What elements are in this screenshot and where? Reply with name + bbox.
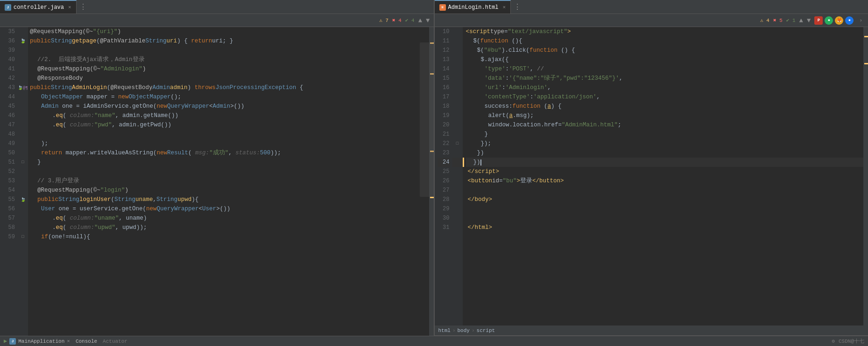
right-gutter-31: [452, 223, 463, 232]
right-code-line-17: 'contentType':'application/json',: [466, 92, 864, 102]
left-gutter: 🍃 🍃@¶ □ 🍃 □: [18, 27, 28, 336]
right-nav-up[interactable]: ▲: [799, 17, 803, 24]
left-scrollbar[interactable]: [429, 27, 434, 336]
scroll-thumb[interactable]: [420, 42, 434, 197]
code-line-43: public String AdminLogin(@RequestBody Ad…: [30, 83, 429, 92]
breadcrumb-item-script[interactable]: script: [477, 328, 495, 333]
gutter-41: [18, 64, 28, 74]
left-tab-more[interactable]: ⋮: [77, 2, 90, 12]
code-line-36: public String getpage(@PathVariable Stri…: [30, 36, 429, 46]
tab-adminlogin-html-close[interactable]: ×: [503, 5, 506, 10]
left-nav-up[interactable]: ▲: [418, 17, 422, 24]
gutter-53: [18, 176, 28, 186]
right-scrollbar[interactable]: [863, 27, 868, 325]
bottom-tab-console[interactable]: Console: [76, 339, 97, 344]
code-line-48: [30, 130, 429, 139]
left-code-area[interactable]: 35 36 39 40 41 42 43 44 45 46 47 48 49 5…: [0, 27, 434, 336]
left-editor-header: ⚠ 7 ✖ 4 ✔ 4 ▲ ▼: [0, 14, 434, 27]
gutter-58: [18, 223, 28, 232]
right-ok-badge: ✔ 1: [786, 17, 796, 23]
plugin-icon-1[interactable]: P: [814, 16, 823, 25]
breadcrumb-item-body[interactable]: body: [458, 328, 470, 333]
gutter-47: [18, 120, 28, 130]
tab-controller-java[interactable]: J controller.java ×: [0, 0, 77, 14]
gutter-55: 🍃: [18, 195, 28, 204]
right-code-area[interactable]: 10 11 12 13 14 15 16 17 18 19 20 21 22 2…: [435, 27, 868, 325]
right-gutter-22: □: [452, 139, 463, 148]
right-gutter-23: [452, 148, 463, 158]
tab-adminlogin-html-label: AdminLogin.html: [448, 4, 499, 11]
right-gutter-30: [452, 214, 463, 223]
right-nav-down[interactable]: ▼: [807, 17, 811, 24]
gutter-50: [18, 148, 28, 158]
right-code-line-30: [466, 214, 864, 223]
html-icon: H: [439, 4, 446, 11]
code-line-54: @RequestMapping(©~"login"): [30, 186, 429, 195]
plugin-icon-2[interactable]: ●: [825, 16, 833, 25]
scroll-marker-warn-4: [430, 197, 434, 198]
right-code-line-20: window.location.href="AdminMain.html";: [466, 120, 864, 130]
left-line-numbers: 35 36 39 40 41 42 43 44 45 46 47 48 49 5…: [0, 27, 18, 336]
right-gutter-12: [452, 46, 463, 55]
gutter-45: [18, 102, 28, 111]
left-code-lines: @RequestMapping(©~"{uri}") public String…: [28, 27, 429, 336]
right-code-line-22: });: [466, 139, 864, 148]
left-tab-group: J controller.java × ⋮: [0, 0, 434, 14]
code-line-50: return mapper.writeValueAsString(new Res…: [30, 148, 429, 158]
right-gutter-15: [452, 74, 463, 83]
bottom-bar: ▶ J MainApplication × Console Actuator ⚙…: [0, 336, 868, 346]
code-line-45: Admin one = iAdminService.getOne(new Que…: [30, 102, 429, 111]
gear-icon[interactable]: ⚙: [832, 338, 835, 344]
left-nav-down[interactable]: ▼: [426, 17, 430, 24]
csdn-watermark: CSDN@十七: [839, 338, 864, 345]
gutter-57: [18, 214, 28, 223]
code-line-47: .eq( column: "pwd", admin.getPwd()): [30, 120, 429, 130]
right-gutter-14: [452, 64, 463, 74]
right-warning-badge: ⚠ 4: [760, 17, 769, 23]
breadcrumb-item-html[interactable]: html: [438, 328, 451, 333]
breadcrumb-sep-2: ›: [472, 328, 475, 333]
gutter-39: [18, 46, 28, 55]
right-code-line-29: [466, 204, 864, 214]
gutter-51: □: [18, 158, 28, 167]
right-code-line-11: $(function (){: [466, 36, 864, 46]
gutter-56: [18, 204, 28, 214]
code-line-56: User one = userService.getOne(new QueryW…: [30, 204, 429, 214]
right-gutter-28: [452, 195, 463, 204]
gutter-36: 🍃: [18, 36, 28, 46]
gutter-48: [18, 130, 28, 139]
right-gutter: □: [452, 27, 463, 325]
right-editor-header: ⚠ 4 ✖ 5 ✔ 1 ▲ ▼ P ● 🦊 ●: [435, 14, 868, 27]
right-editor-header-right: ⚠ 4 ✖ 5 ✔ 1 ▲ ▼ P ● 🦊 ●: [760, 16, 864, 25]
code-line-52: [30, 167, 429, 176]
gutter-35: [18, 27, 28, 36]
plugin-icon-3[interactable]: 🦊: [835, 16, 843, 25]
right-edge-expand[interactable]: ›: [857, 18, 864, 23]
right-tab-more[interactable]: ⋮: [511, 2, 524, 12]
left-editor-header-right: ⚠ 7 ✖ 4 ✔ 4 ▲ ▼: [379, 17, 430, 24]
bottom-tabs: Console Actuator: [76, 339, 826, 344]
java-icon: J: [5, 4, 11, 11]
right-gutter-29: [452, 204, 463, 214]
right-gutter-11: [452, 36, 463, 46]
right-code-line-13: $.ajax({: [466, 55, 864, 64]
bottom-tab-actuator[interactable]: Actuator: [103, 339, 127, 344]
right-gutter-20: [452, 120, 463, 130]
gutter-42: [18, 74, 28, 83]
tab-controller-java-close[interactable]: ×: [68, 5, 71, 10]
code-line-55: public String loginUser(String uname,Str…: [30, 195, 429, 204]
right-code-line-26: <button id="bu">登录</button>: [466, 176, 864, 186]
right-code-line-25: </script>: [466, 167, 864, 176]
code-line-40: //2. 后端接受Ajax请求，Admin登录: [30, 55, 429, 64]
tab-adminlogin-html[interactable]: H AdminLogin.html ×: [435, 0, 511, 14]
right-gutter-25: [452, 167, 463, 176]
right-gutter-13: [452, 55, 463, 64]
right-code-line-19: alert(a.msg);: [466, 111, 864, 120]
right-code-line-23: }): [466, 148, 864, 158]
run-close[interactable]: ×: [67, 339, 70, 344]
main-tab-bar: J controller.java × ⋮ H AdminLogin.html …: [0, 0, 868, 14]
plugin-icon-4[interactable]: ●: [845, 16, 854, 25]
bottom-right: ⚙ CSDN@十七: [832, 338, 864, 345]
code-line-35: @RequestMapping(©~"{uri}"): [30, 27, 429, 36]
run-icon: ▶: [4, 338, 7, 345]
